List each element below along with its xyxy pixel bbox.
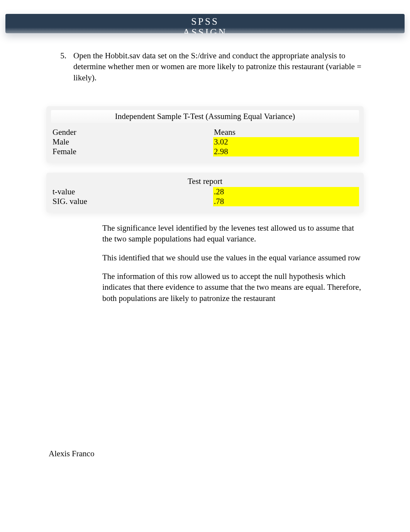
row-label-sigvalue: SIG. value xyxy=(51,197,213,206)
row-value-tvalue: .28 xyxy=(213,187,359,197)
bullet-text-2: This identified that we should use the v… xyxy=(102,252,364,263)
header-means-label: Means xyxy=(213,127,359,137)
table-header-row: Gender Means xyxy=(51,127,359,137)
row-value-male: 3.02 xyxy=(213,137,359,147)
ttest-block-title: Independent Sample T-Test (Assuming Equa… xyxy=(51,110,359,123)
table-row: Male 3.02 xyxy=(51,137,359,147)
bullet-icon xyxy=(91,223,102,245)
row-label-tvalue: t-value xyxy=(51,187,213,197)
row-value-female: 2.98 xyxy=(213,147,359,156)
bullet-text-3: The information of this row allowed us t… xyxy=(102,271,364,304)
test-report-title: Test report xyxy=(51,177,359,186)
table-row: t-value .28 xyxy=(51,187,359,197)
header-gender-label: Gender xyxy=(51,127,213,137)
test-report-block: Test report t-value .28 SIG. value .78 xyxy=(46,173,364,212)
ttest-means-block: Independent Sample T-Test (Assuming Equa… xyxy=(46,106,364,163)
row-label-male: Male xyxy=(51,137,213,147)
table-row: SIG. value .78 xyxy=(51,197,359,206)
header-title-line-2: ASSIGN xyxy=(183,27,227,34)
content-area: 5. Open the Hobbit.sav data set on the S… xyxy=(0,50,410,311)
header-title-line-1: SPSS xyxy=(191,16,219,27)
document-header-banner: SPSS ASSIGN xyxy=(5,14,405,33)
list-item: The information of this row allowed us t… xyxy=(91,271,364,304)
list-item: This identified that we should use the v… xyxy=(91,252,364,263)
question-text: Open the Hobbit.sav data set on the S:/d… xyxy=(73,50,364,83)
row-value-sigvalue: .78 xyxy=(213,197,359,206)
bullet-list: The significance level identified by the… xyxy=(46,223,364,304)
row-label-female: Female xyxy=(51,147,213,156)
author-name: Alexis Franco xyxy=(49,449,94,459)
list-item: The significance level identified by the… xyxy=(91,223,364,245)
bullet-icon xyxy=(91,271,102,304)
table-row: Female 2.98 xyxy=(51,147,359,156)
bullet-text-1: The significance level identified by the… xyxy=(102,223,364,245)
question-5: 5. Open the Hobbit.sav data set on the S… xyxy=(46,50,364,83)
question-number: 5. xyxy=(46,50,73,83)
bullet-icon xyxy=(91,252,102,263)
